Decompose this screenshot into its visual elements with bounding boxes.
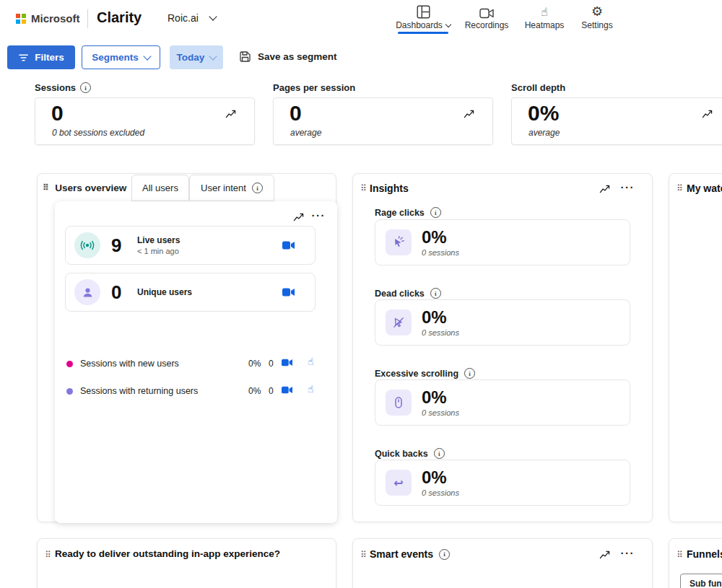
- trend-chart-icon[interactable]: [599, 184, 610, 194]
- pages-per-session-value: 0: [290, 101, 302, 126]
- quick-backs-label-row: Quick backsi: [375, 448, 445, 459]
- smart-events-panel: ⠿ Smart events i ···: [352, 538, 653, 588]
- info-icon[interactable]: i: [434, 448, 445, 459]
- live-users-box: 9 Live users < 1 min ago: [65, 226, 316, 265]
- header-divider: [87, 9, 88, 28]
- insights-panel: ⠿ Insights ··· Rage clicksi 0% 0 ses: [352, 173, 653, 522]
- nav-heatmaps-label: Heatmaps: [525, 20, 565, 30]
- info-icon[interactable]: i: [430, 288, 441, 299]
- heatmap-hand-icon[interactable]: ☝: [308, 356, 314, 367]
- nav-recordings-label: Recordings: [465, 20, 509, 30]
- drag-handle-icon[interactable]: ⠿: [677, 550, 683, 559]
- rage-clicks-icon: [386, 229, 412, 255]
- chevron-down-icon: [143, 52, 151, 60]
- nav-dashboards[interactable]: Dashboards: [398, 4, 448, 34]
- unique-users-box: 0 Unique users: [65, 273, 316, 312]
- excessive-scrolling-icon: [386, 390, 412, 416]
- tab-all-users[interactable]: All users: [131, 175, 189, 201]
- save-as-segment-label: Save as segment: [258, 51, 337, 62]
- legend-percent: 0%: [248, 386, 261, 396]
- save-as-segment-button[interactable]: Save as segment: [239, 51, 337, 63]
- microsoft-logo-icon[interactable]: [16, 14, 26, 24]
- quick-backs-icon: ↩: [386, 470, 412, 496]
- clarity-dashboard-page: Microsoft Clarity Roic.ai Dashboards: [0, 0, 722, 588]
- nav-settings[interactable]: ⚙ Settings: [578, 4, 616, 34]
- date-range-label: Today: [177, 52, 205, 63]
- drag-handle-icon[interactable]: ⠿: [360, 184, 367, 193]
- recordings-icon: [479, 4, 494, 19]
- legend-returning-users-row: Sessions with returning users 0% 0 ☝: [66, 385, 337, 398]
- nav-recordings[interactable]: Recordings: [463, 4, 510, 34]
- info-icon[interactable]: i: [80, 82, 91, 93]
- tab-user-intent-label: User intent: [201, 183, 246, 193]
- metric-title-pages-per-session: Pages per session: [273, 82, 355, 93]
- dead-clicks-sessions: 0 sessions: [422, 328, 459, 337]
- legend-count: 0: [269, 359, 274, 369]
- scroll-depth-value: 0%: [528, 101, 559, 126]
- video-camera-icon[interactable]: [282, 241, 295, 250]
- metric-card-pages-per-session: 0 average: [273, 97, 493, 145]
- insights-title: Insights: [370, 183, 409, 194]
- metric-card-sessions: 0 0 bot sessions excluded: [35, 97, 255, 145]
- legend-percent: 0%: [248, 359, 261, 369]
- info-icon[interactable]: i: [430, 207, 441, 218]
- clarity-logo[interactable]: Clarity: [97, 9, 142, 26]
- users-overview-card: ··· 9 Live users < 1 min ago: [55, 201, 337, 523]
- excessive-scrolling-label-row: Excessive scrollingi: [375, 368, 475, 379]
- unique-users-value: 0: [111, 281, 124, 304]
- my-watch-title: My watch: [687, 183, 722, 194]
- drag-handle-icon[interactable]: ⠿: [43, 183, 49, 192]
- drag-handle-icon[interactable]: ⠿: [45, 550, 51, 559]
- dashboards-icon: [417, 4, 430, 19]
- filters-label: Filters: [35, 52, 64, 63]
- nav-dashboards-label: Dashboards: [396, 20, 443, 30]
- quick-backs-box: ↩ 0% 0 sessions: [375, 460, 630, 506]
- users-overview-panel: ⠿ Users overview All users User intent i…: [37, 173, 336, 522]
- more-options-icon[interactable]: ···: [312, 210, 326, 221]
- heatmaps-icon: ☝: [541, 4, 548, 19]
- project-selector[interactable]: Roic.ai: [168, 12, 216, 24]
- quick-backs-value: 0%: [422, 468, 459, 487]
- video-camera-icon[interactable]: [282, 386, 292, 394]
- video-camera-icon[interactable]: [282, 359, 292, 367]
- more-options-icon[interactable]: ···: [621, 182, 635, 193]
- nav-heatmaps[interactable]: ☝ Heatmaps: [522, 4, 567, 34]
- project-name: Roic.ai: [168, 12, 199, 24]
- info-icon[interactable]: i: [439, 549, 450, 560]
- trend-chart-icon[interactable]: [599, 550, 610, 560]
- segments-button[interactable]: Segments: [82, 45, 160, 69]
- save-icon: [239, 51, 251, 63]
- sub-funnels-tab[interactable]: Sub funnels: [680, 574, 722, 588]
- trend-chart-icon[interactable]: [702, 109, 713, 119]
- live-signal-icon: [74, 232, 100, 258]
- unique-user-icon: [74, 279, 100, 305]
- smart-events-title-row: Smart events i: [370, 548, 450, 560]
- segments-label: Segments: [92, 52, 139, 63]
- sessions-value: 0: [51, 101, 64, 126]
- video-camera-icon[interactable]: [282, 288, 295, 297]
- date-range-button[interactable]: Today: [170, 45, 223, 69]
- info-icon[interactable]: i: [252, 183, 263, 193]
- legend-count: 0: [269, 386, 274, 396]
- trend-chart-icon[interactable]: [464, 109, 474, 119]
- heatmap-hand-icon[interactable]: ☝: [308, 383, 314, 395]
- tab-user-intent[interactable]: User intent i: [189, 175, 274, 201]
- rage-clicks-box: 0% 0 sessions: [375, 219, 630, 266]
- unique-users-label: Unique users: [137, 287, 192, 297]
- microsoft-wordmark[interactable]: Microsoft: [31, 12, 80, 25]
- live-users-label: Live users: [137, 235, 180, 245]
- rage-clicks-sessions: 0 sessions: [422, 248, 459, 257]
- filters-button[interactable]: Filters: [7, 45, 75, 69]
- trend-chart-icon[interactable]: [293, 212, 304, 222]
- legend-dot: [66, 388, 73, 395]
- info-icon[interactable]: i: [464, 368, 475, 379]
- rage-clicks-label-row: Rage clicksi: [375, 207, 441, 218]
- trend-chart-icon[interactable]: [225, 109, 236, 119]
- drag-handle-icon[interactable]: ⠿: [360, 550, 367, 559]
- drag-handle-icon[interactable]: ⠿: [677, 184, 683, 193]
- tab-users-overview[interactable]: ⠿ Users overview: [38, 174, 131, 201]
- live-users-value: 9: [111, 234, 124, 257]
- funnels-title: Funnels: [687, 548, 722, 560]
- dead-clicks-label-row: Dead clicksi: [375, 288, 441, 299]
- more-options-icon[interactable]: ···: [621, 548, 635, 558]
